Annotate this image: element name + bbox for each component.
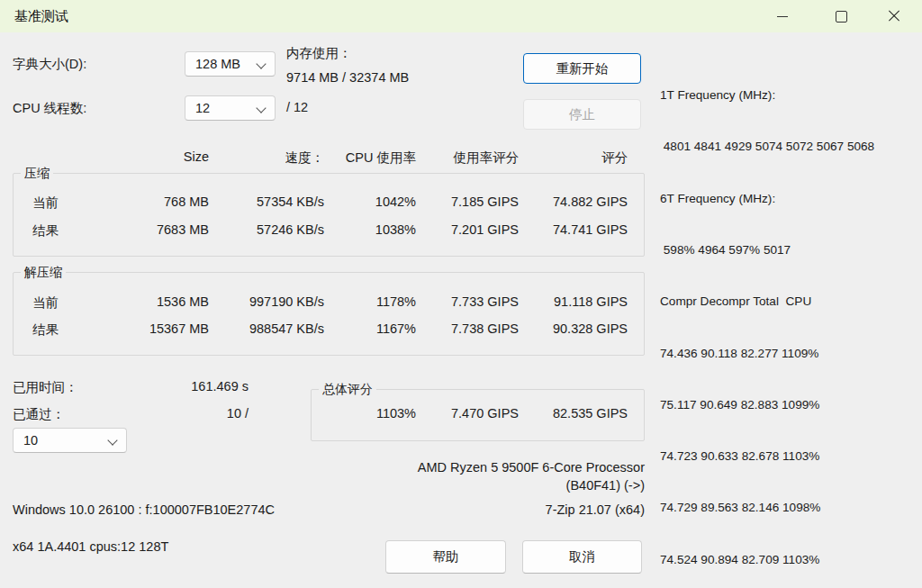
cpu-usage-value: 1167% bbox=[324, 321, 416, 339]
benchmark-dialog: 基准测试 字典大小(D): 128 MB 内存使用： 9714 MB / 323… bbox=[0, 0, 922, 588]
cpu-id: (B40F41) (->) bbox=[270, 478, 645, 493]
total-rating-value: 82.535 GIPS bbox=[519, 406, 628, 421]
elapsed-time-label: 已用时间： bbox=[13, 379, 78, 396]
row-label: 结果 bbox=[13, 321, 90, 339]
speed-value: 57246 KB/s bbox=[209, 222, 324, 240]
panel-line: 598% 4964 597% 5017 bbox=[660, 241, 917, 258]
header-spacer bbox=[13, 149, 90, 167]
row-label: 当前 bbox=[13, 294, 90, 312]
panel-line: 74.729 89.563 82.146 1098% bbox=[660, 499, 917, 516]
size-value: 15367 MB bbox=[90, 321, 209, 339]
panel-line: 74.436 90.118 82.277 1109% bbox=[660, 345, 917, 362]
size-value: 768 MB bbox=[90, 194, 209, 212]
panel-line: 74.723 90.633 82.678 1103% bbox=[660, 448, 917, 465]
total-rating-row: 1103% 7.470 GIPS 82.535 GIPS bbox=[311, 406, 628, 421]
cpu-usage-value: 1178% bbox=[324, 294, 416, 312]
chevron-down-icon bbox=[107, 435, 117, 445]
passes-label: 已通过： bbox=[13, 406, 65, 423]
close-button[interactable] bbox=[873, 0, 915, 32]
decompression-result-row: 结果 15367 MB 988547 KB/s 1167% 7.738 GIPS… bbox=[13, 321, 628, 339]
elapsed-time-value: 161.469 s bbox=[135, 379, 249, 394]
row-label: 结果 bbox=[13, 222, 90, 240]
minimize-button[interactable] bbox=[762, 0, 803, 32]
cpu-threads-select[interactable]: 12 bbox=[185, 95, 276, 121]
os-version: Windows 10.0 26100 : f:100007FB10E2774C bbox=[13, 502, 275, 517]
usage-rating-value: 7.201 GIPS bbox=[416, 222, 519, 240]
maximize-button[interactable] bbox=[820, 0, 862, 32]
passes-select[interactable]: 10 bbox=[13, 428, 127, 453]
compression-group: 压缩 bbox=[13, 173, 645, 257]
dictionary-size-label: 字典大小(D): bbox=[13, 56, 86, 73]
minimize-icon bbox=[777, 16, 788, 17]
header-size: Size bbox=[90, 149, 209, 167]
dictionary-size-select[interactable]: 128 MB bbox=[185, 51, 276, 77]
size-value: 7683 MB bbox=[90, 222, 209, 240]
cpu-usage-value: 1038% bbox=[324, 222, 416, 240]
stop-button[interactable]: 停止 bbox=[523, 99, 641, 130]
decompression-current-row: 当前 1536 MB 997190 KB/s 1178% 7.733 GIPS … bbox=[13, 294, 628, 312]
passes-value: 10 / bbox=[135, 406, 249, 421]
decompression-group-label: 解压缩 bbox=[21, 265, 66, 279]
row-label: 当前 bbox=[13, 194, 90, 212]
cpu-threads-label: CPU 线程数: bbox=[13, 100, 86, 117]
build-info: x64 1A.4401 cpus:12 128T bbox=[13, 539, 168, 554]
window-title: 基准测试 bbox=[14, 0, 68, 32]
cpu-name: AMD Ryzen 5 9500F 6-Core Processor bbox=[270, 460, 645, 475]
compression-result-row: 结果 7683 MB 57246 KB/s 1038% 7.201 GIPS 7… bbox=[13, 222, 628, 240]
panel-line: 6T Frequency (MHz): bbox=[660, 190, 917, 207]
restart-button[interactable]: 重新开始 bbox=[523, 53, 641, 84]
frequency-log-panel: 1T Frequency (MHz): 4801 4841 4929 5074 … bbox=[660, 52, 917, 588]
size-value: 1536 MB bbox=[90, 294, 209, 312]
panel-line: 4801 4841 4929 5074 5072 5067 5068 bbox=[660, 138, 917, 155]
panel-line: Compr Decompr Total CPU bbox=[660, 293, 917, 310]
decompression-group: 解压缩 bbox=[13, 272, 645, 356]
rating-value: 74.741 GIPS bbox=[519, 222, 628, 240]
maximize-icon bbox=[836, 11, 847, 23]
header-usage-rating: 使用率评分 bbox=[416, 149, 519, 167]
memory-usage-value: 9714 MB / 32374 MB bbox=[286, 70, 409, 85]
total-usage-rating-value: 7.470 GIPS bbox=[416, 406, 519, 421]
total-cpu-usage-value: 1103% bbox=[311, 406, 416, 421]
header-speed: 速度： bbox=[209, 149, 324, 167]
app-version: 7-Zip 21.07 (x64) bbox=[360, 502, 645, 517]
memory-usage-label: 内存使用： bbox=[286, 45, 352, 62]
compression-current-row: 当前 768 MB 57354 KB/s 1042% 7.185 GIPS 74… bbox=[13, 194, 628, 212]
speed-value: 57354 KB/s bbox=[209, 194, 324, 212]
compression-group-label: 压缩 bbox=[21, 166, 53, 180]
rating-value: 91.118 GIPS bbox=[519, 294, 628, 312]
speed-value: 997190 KB/s bbox=[209, 294, 324, 312]
chevron-down-icon bbox=[256, 103, 266, 113]
cpu-threads-total: / 12 bbox=[286, 100, 308, 114]
cpu-usage-value: 1042% bbox=[324, 194, 416, 212]
header-rating: 评分 bbox=[519, 149, 628, 167]
chevron-down-icon bbox=[256, 59, 266, 68]
rating-value: 74.882 GIPS bbox=[519, 194, 628, 212]
speed-value: 988547 KB/s bbox=[209, 321, 324, 339]
usage-rating-value: 7.738 GIPS bbox=[416, 321, 519, 339]
titlebar: 基准测试 bbox=[0, 0, 922, 32]
passes-select-value: 10 bbox=[23, 433, 38, 448]
panel-line: 75.117 90.649 82.883 1099% bbox=[660, 396, 917, 413]
total-rating-group-label: 总体评分 bbox=[319, 382, 376, 396]
cpu-threads-value: 12 bbox=[195, 101, 210, 115]
rating-value: 90.328 GIPS bbox=[519, 321, 628, 339]
close-icon bbox=[888, 10, 900, 23]
header-cpu-usage: CPU 使用率 bbox=[324, 149, 416, 167]
usage-rating-value: 7.733 GIPS bbox=[416, 294, 519, 312]
benchmark-table-header: Size 速度： CPU 使用率 使用率评分 评分 bbox=[13, 149, 628, 167]
dictionary-size-value: 128 MB bbox=[195, 57, 240, 71]
panel-line: 74.524 90.894 82.709 1103% bbox=[660, 551, 917, 568]
usage-rating-value: 7.185 GIPS bbox=[416, 194, 519, 212]
panel-line: 1T Frequency (MHz): bbox=[660, 86, 917, 104]
cancel-button[interactable]: 取消 bbox=[522, 540, 642, 574]
help-button[interactable]: 帮助 bbox=[385, 540, 506, 574]
